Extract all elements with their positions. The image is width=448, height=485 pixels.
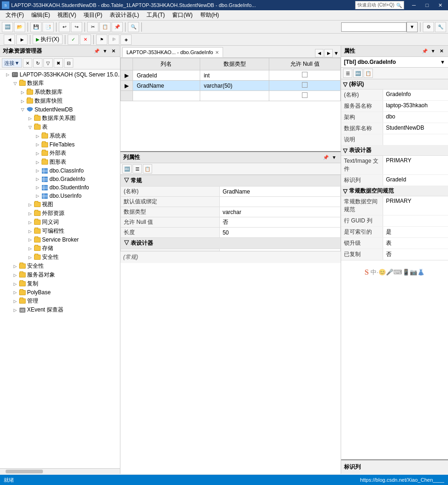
expand-tabledesigner-section[interactable]: ▽ [343, 147, 347, 154]
checkbox-gradname[interactable] [302, 82, 308, 88]
table-row-selected[interactable]: ▶ GradName varchar(50) [121, 81, 341, 91]
toolbar-save[interactable]: 💾 [30, 22, 42, 32]
expand-studentnewdb[interactable]: ▽ [19, 107, 26, 112]
filter-btn[interactable]: ▽ [43, 58, 53, 68]
toolbar-paste[interactable]: 📌 [112, 22, 123, 32]
expand-system-tables[interactable]: ▷ [34, 134, 41, 139]
expand-server[interactable]: ▷ [4, 72, 11, 77]
table-row-empty[interactable] [121, 91, 341, 101]
menu-file[interactable]: 文件(F) [2, 10, 28, 20]
prop-datatype-value[interactable]: varchar [219, 207, 340, 217]
debug-btn1[interactable]: ⚑ [96, 35, 107, 45]
tree-item-gradeinfo[interactable]: ▷ dbo.GradeInfo [0, 175, 120, 183]
expand-programmability[interactable]: ▷ [26, 229, 34, 234]
expand-snapshots[interactable]: ▷ [19, 99, 26, 104]
expand-xevent[interactable]: ▷ [11, 308, 19, 312]
tree-item-system-tables[interactable]: ▷ 系统表 [0, 132, 120, 140]
expand-system-dbs[interactable]: ▷ [19, 90, 26, 95]
tree-item-classinfo[interactable]: ▷ dbo.ClassInfo [0, 166, 120, 175]
checkbox-gradeid[interactable] [302, 72, 308, 77]
toolbar-copy[interactable]: 📋 [99, 22, 111, 32]
debug-btn2[interactable]: ⚐ [108, 35, 119, 45]
toolbar-settings[interactable]: ⚙ [423, 22, 434, 32]
refresh-btn[interactable]: ↻ [33, 58, 42, 68]
checkbox-empty[interactable] [302, 92, 308, 98]
table-row[interactable]: ▶ GradeId int [121, 70, 341, 81]
expand-security-top[interactable]: ▷ [11, 264, 19, 269]
cell-gradeid-nullable[interactable] [269, 70, 341, 81]
prop-name-value[interactable]: GradName [219, 187, 340, 197]
expand-userinfo[interactable]: ▷ [34, 194, 41, 198]
tree-item-xevent[interactable]: ▷ XE XEvent 探查器 [0, 305, 120, 314]
props-sort-az[interactable]: 🔤 [353, 69, 363, 78]
toolbar-query[interactable]: 🔍 [128, 22, 139, 32]
props-panel-pin[interactable]: 📌 [421, 48, 428, 55]
toolbar-btn-b[interactable]: ▶ [16, 35, 28, 45]
tree-item-synonyms[interactable]: ▷ 同义词 [0, 218, 120, 227]
section-expand-td[interactable]: ▽ [124, 240, 129, 246]
tree-item-replication[interactable]: ▷ 复制 [0, 279, 120, 288]
tree-item-studentnewdb[interactable]: ▽ StudentNewDB [0, 105, 120, 114]
expand-filetables[interactable]: ▷ [34, 142, 41, 147]
toolbar-redo[interactable]: ↪ [71, 22, 82, 32]
tree-item-security-db[interactable]: ▷ 安全性 [0, 253, 120, 262]
tree-item-polybase[interactable]: ▷ PolyBase [0, 288, 120, 297]
maximize-button[interactable]: □ [421, 0, 433, 10]
close-button[interactable]: ✕ [434, 0, 446, 10]
tab-close-btn[interactable]: ✕ [215, 50, 219, 55]
filter-dropdown-icon[interactable]: ▼ [334, 50, 339, 56]
tree-item-userinfo[interactable]: ▷ dbo.UserInfo [0, 192, 120, 200]
props-sort-cat[interactable]: ☰ [343, 69, 352, 78]
tree-item-views[interactable]: ▷ 视图 [0, 200, 120, 209]
expand-gradeinfo[interactable]: ▷ [34, 177, 41, 181]
disconnect-btn[interactable]: ✕ [23, 58, 32, 68]
expand-databases[interactable]: ▽ [11, 81, 19, 86]
toolbar-undo[interactable]: ↩ [59, 22, 70, 32]
toolbar-check[interactable]: ✓ [68, 35, 79, 45]
props-object-dropdown[interactable]: ▼ [440, 59, 445, 65]
expand-studentinfo[interactable]: ▷ [34, 185, 41, 190]
expand-tables[interactable]: ▽ [26, 125, 34, 130]
prop-length-value[interactable]: 50 [219, 228, 340, 238]
tree-item-system-dbs[interactable]: ▷ 系统数据库 [0, 88, 120, 97]
menu-project[interactable]: 项目(P) [80, 10, 106, 20]
tree-item-server-objects[interactable]: ▷ 服务器对象 [0, 270, 120, 279]
tree-item-management[interactable]: ▷ 管理 [0, 297, 120, 305]
cell-gradname-type[interactable]: varchar(50) [200, 81, 269, 91]
menu-help[interactable]: 帮助(H) [196, 10, 223, 20]
expand-views[interactable]: ▷ [26, 202, 34, 207]
cell-empty-name[interactable] [133, 91, 200, 101]
toolbar-new[interactable]: 🆕 [2, 22, 13, 32]
col-props-prop-pages[interactable]: 📋 [143, 164, 152, 173]
expand-synonyms[interactable]: ▷ [26, 220, 34, 225]
cell-empty-type[interactable] [200, 91, 269, 101]
expand-external-tables[interactable]: ▷ [34, 151, 41, 156]
tree-item-programmability[interactable]: ▷ 可编程性 [0, 227, 120, 236]
col-props-sort-az[interactable]: 🔤 [122, 164, 132, 173]
toolbar-cut[interactable]: ✂ [87, 22, 98, 32]
toolbar-open[interactable]: 📂 [14, 22, 25, 32]
tree-item-filetables[interactable]: ▷ FileTables [0, 140, 120, 149]
expand-service-broker[interactable]: ▷ [26, 237, 34, 242]
cell-gradeid-type[interactable]: int [200, 70, 269, 81]
toolbar-extra[interactable]: 🔧 [435, 22, 446, 32]
expand-server-objects[interactable]: ▷ [11, 273, 19, 277]
tree-item-tables[interactable]: ▽ 表 [0, 123, 120, 132]
tree-item-graph-tables[interactable]: ▷ 图形表 [0, 158, 120, 166]
connect-button[interactable]: 连接▼ [2, 58, 22, 68]
menu-window[interactable]: 窗口(W) [168, 10, 196, 20]
props-panel-close[interactable]: ✕ [438, 48, 445, 55]
toolbar-btn-a[interactable]: ◀ [4, 35, 15, 45]
tree-item-databases[interactable]: ▽ 数据库 [0, 79, 120, 88]
menu-tools[interactable]: 工具(T) [143, 10, 168, 20]
panel-dropdown-btn[interactable]: ▼ [101, 48, 109, 55]
expand-polybase[interactable]: ▷ [11, 290, 19, 295]
expand-storage[interactable]: ▷ [26, 246, 34, 251]
tree-item-external-tables[interactable]: ▷ 外部表 [0, 149, 120, 158]
expand-management[interactable]: ▷ [11, 299, 19, 304]
panel-close-btn[interactable]: ✕ [110, 48, 117, 55]
tree-item-server[interactable]: ▷ LAPTOP-353HKAOH (SQL Server 15.0... [0, 70, 120, 79]
tree-item-studentinfo[interactable]: ▷ dbo.StudentInfo [0, 183, 120, 192]
panel-pin-btn[interactable]: 📌 [93, 48, 100, 55]
props-section-dataspace-header[interactable]: ▽ 常规数据空间规范 [341, 186, 448, 196]
